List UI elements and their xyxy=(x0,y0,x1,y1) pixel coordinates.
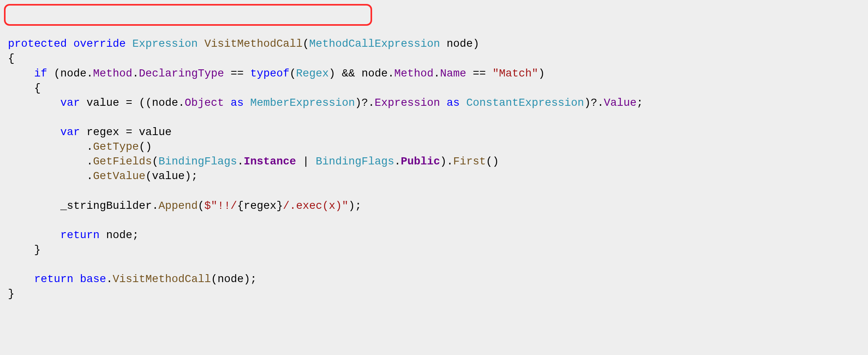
indent: _stringBuilder. xyxy=(8,200,159,212)
method: GetType xyxy=(93,141,139,153)
paren: ( xyxy=(303,38,309,50)
dot: . xyxy=(237,155,244,168)
txt: (node); xyxy=(211,273,257,285)
txt: ) && node. xyxy=(329,67,394,80)
txt: )?. xyxy=(584,97,604,109)
keyword-return: return xyxy=(60,229,100,241)
dot: . xyxy=(394,155,401,168)
code-content: protected override Expression VisitMetho… xyxy=(8,36,860,301)
prop: Value xyxy=(604,97,637,109)
pipe: | xyxy=(296,155,316,168)
txt: (value); xyxy=(146,170,198,182)
indent xyxy=(8,67,34,80)
prop: Method xyxy=(394,67,434,80)
param-type: MethodCallExpression xyxy=(309,38,440,50)
type-expression: Expression xyxy=(133,38,198,50)
sp xyxy=(460,97,467,109)
txt: ). xyxy=(440,155,453,168)
interp-brace: } xyxy=(277,200,283,212)
type: BindingFlags xyxy=(159,155,237,168)
prop: Name xyxy=(440,67,466,80)
keyword-as: as xyxy=(230,97,244,109)
eq: == xyxy=(466,67,492,80)
method: GetValue xyxy=(93,170,146,182)
indent: . xyxy=(8,141,93,153)
dot: . xyxy=(106,273,113,285)
eq: == xyxy=(224,67,250,80)
keyword-typeof: typeof xyxy=(250,67,290,80)
method: GetFields xyxy=(93,155,152,168)
keyword-protected: protected xyxy=(8,38,67,50)
indent xyxy=(8,97,60,109)
paren: ); xyxy=(348,200,361,212)
keyword-as: as xyxy=(447,97,460,109)
dot: . xyxy=(434,67,440,80)
txt: (node. xyxy=(47,67,93,80)
method: Append xyxy=(159,200,198,212)
prop: Instance xyxy=(244,155,296,168)
txt: () xyxy=(486,155,499,168)
prop: DeclaringType xyxy=(139,67,224,80)
string: "Match" xyxy=(492,67,538,80)
txt: )?. xyxy=(355,97,375,109)
txt: value = ((node. xyxy=(80,97,185,109)
sp xyxy=(73,273,80,285)
dot: . xyxy=(133,67,139,80)
indent: . xyxy=(8,155,93,168)
method: VisitMethodCall xyxy=(113,273,211,285)
brace: { xyxy=(8,52,15,65)
prop: Public xyxy=(401,155,440,168)
prop: Object xyxy=(185,97,224,109)
param-name: node xyxy=(447,38,473,50)
paren: ( xyxy=(152,155,159,168)
indent xyxy=(8,229,60,241)
sp xyxy=(224,97,231,109)
keyword-var: var xyxy=(60,126,80,138)
paren: ) xyxy=(538,67,545,80)
brace: } xyxy=(8,288,15,300)
sp xyxy=(440,97,447,109)
string: /.exec(x)" xyxy=(283,200,348,212)
method-name: VisitMethodCall xyxy=(204,38,303,50)
prop: Method xyxy=(93,67,133,80)
keyword-return: return xyxy=(34,273,73,285)
paren: ( xyxy=(198,200,205,212)
txt: () xyxy=(139,141,152,153)
string: $"!!/ xyxy=(204,200,237,212)
txt: node; xyxy=(100,229,139,241)
keyword-base: base xyxy=(80,273,106,285)
type: ConstantExpression xyxy=(466,97,584,109)
brace: { xyxy=(8,82,41,94)
interp-brace: { xyxy=(237,200,244,212)
brace: } xyxy=(8,244,41,256)
txt: regex = value xyxy=(80,126,172,138)
prop: Expression xyxy=(374,97,440,109)
keyword-if: if xyxy=(34,67,47,80)
keyword-override: override xyxy=(73,38,126,50)
indent xyxy=(8,126,60,138)
type: MemberExpression xyxy=(250,97,355,109)
paren: ( xyxy=(290,67,296,80)
paren-close: ) xyxy=(473,38,480,50)
code-block: protected override Expression VisitMetho… xyxy=(0,0,868,323)
keyword-var: var xyxy=(60,97,80,109)
semi: ; xyxy=(636,97,643,109)
indent: . xyxy=(8,170,93,182)
type-regex: Regex xyxy=(296,67,329,80)
type: BindingFlags xyxy=(316,155,394,168)
highlight-annotation xyxy=(4,4,372,26)
method: First xyxy=(453,155,486,168)
interp-var: regex xyxy=(244,200,277,212)
indent xyxy=(8,273,34,285)
sp xyxy=(244,97,250,109)
